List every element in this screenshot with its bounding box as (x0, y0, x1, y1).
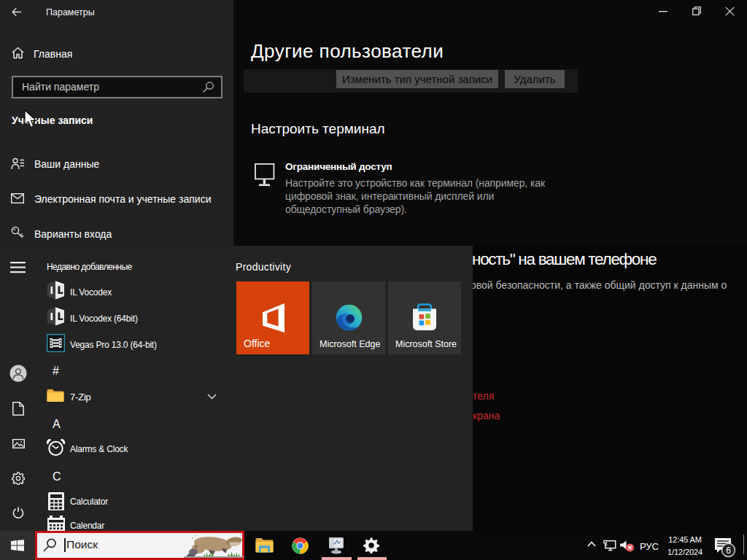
svg-text:6: 6 (726, 545, 731, 556)
